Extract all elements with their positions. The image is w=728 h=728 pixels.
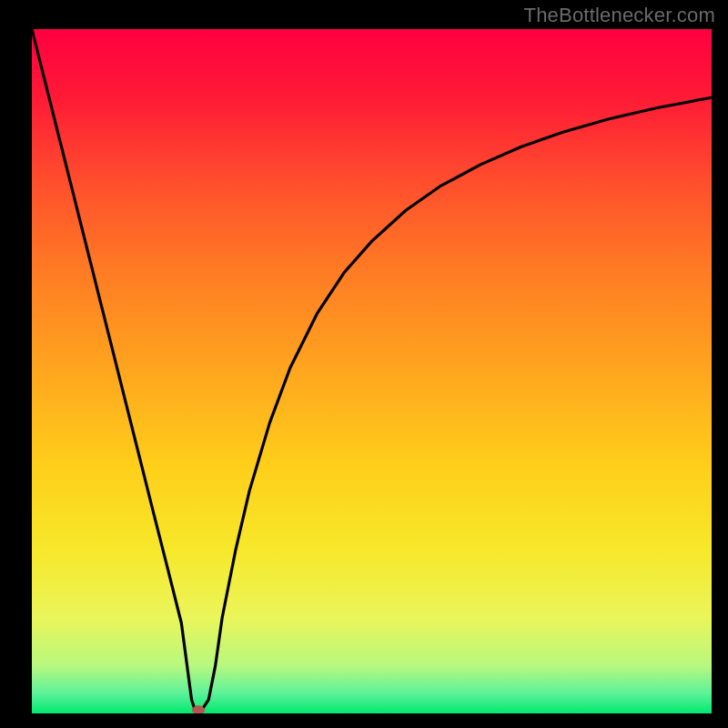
attribution-text: TheBottlenecker.com [524, 4, 715, 27]
bottleneck-chart [0, 0, 728, 728]
plot-background-gradient [32, 29, 712, 713]
optimum-marker [192, 705, 205, 714]
